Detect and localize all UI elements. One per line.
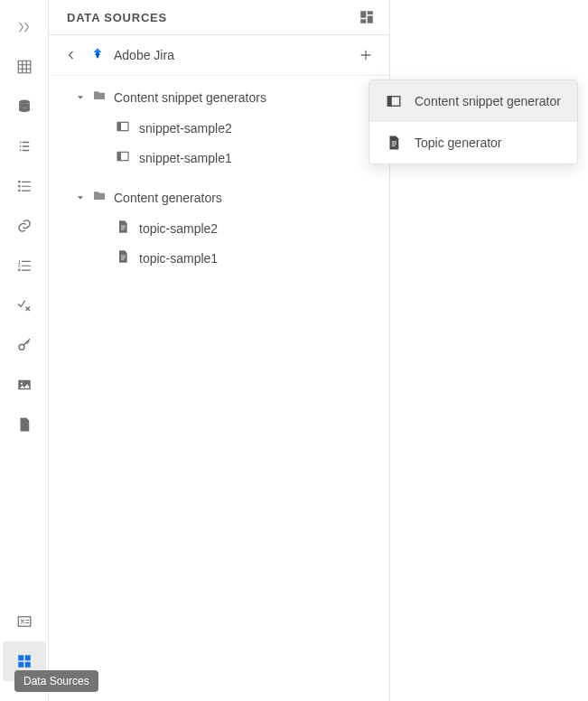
tree-item[interactable]: snippet-sample2 [49, 113, 389, 143]
dashboard-icon [359, 9, 375, 25]
panel-header: DATA SOURCES [49, 0, 389, 35]
rail-reuse-button[interactable] [3, 206, 46, 246]
rail-list-button[interactable] [3, 166, 46, 206]
data-sources-panel: DATA SOURCES Adobe Jira Content snippet … [49, 0, 390, 701]
left-rail [0, 0, 49, 701]
rail-check-button[interactable] [3, 285, 46, 325]
panel-title: DATA SOURCES [67, 11, 167, 24]
tree-folder[interactable]: Content snippet generators [49, 81, 389, 113]
outline-icon [16, 138, 33, 154]
svg-rect-14 [117, 122, 121, 130]
chevron-down-icon [76, 90, 85, 105]
menu-item-label: Content snippet generator [415, 94, 561, 108]
database-icon [16, 98, 33, 115]
expand-rail-button[interactable] [3, 7, 46, 47]
key-icon [16, 337, 33, 353]
chevron-down-icon [76, 191, 85, 205]
chevron-left-icon [66, 50, 77, 61]
numbered-list-icon [16, 257, 33, 274]
media-icon [16, 377, 33, 393]
file-icon [116, 220, 130, 237]
svg-point-0 [19, 100, 30, 105]
svg-rect-12 [368, 16, 373, 23]
svg-rect-7 [18, 662, 23, 668]
svg-rect-5 [18, 655, 23, 660]
check-x-icon [16, 297, 33, 313]
folder-icon [92, 89, 107, 106]
folder-label: Content snippet generators [114, 90, 266, 105]
svg-point-3 [20, 382, 22, 384]
rail-variables-button[interactable] [3, 602, 46, 641]
rail-numbered-list-button[interactable] [3, 246, 46, 285]
svg-rect-10 [368, 11, 373, 14]
item-label: snippet-sample2 [139, 121, 232, 136]
panel-icon [386, 93, 402, 109]
item-label: snippet-sample1 [139, 151, 232, 165]
menu-item-topic-generator[interactable]: Topic generator [369, 122, 577, 164]
tree-folder[interactable]: Content generators [49, 182, 389, 213]
panel-icon [116, 119, 130, 136]
template-icon [16, 416, 33, 433]
list-icon [16, 178, 33, 194]
file-icon [116, 249, 130, 266]
add-generator-menu: Content snippet generator Topic generato… [369, 79, 578, 164]
tooltip-text: Data Sources [23, 675, 89, 687]
rail-templates-button[interactable] [3, 405, 46, 444]
chevrons-right-icon [16, 19, 33, 35]
rail-database-button[interactable] [3, 87, 46, 126]
svg-rect-9 [360, 11, 366, 18]
tooltip: Data Sources [14, 670, 98, 692]
svg-rect-6 [24, 655, 30, 660]
folder-label: Content generators [114, 191, 222, 205]
plus-icon [359, 48, 373, 62]
breadcrumb-row: Adobe Jira [49, 35, 389, 76]
tree: Content snippet generators snippet-sampl… [49, 76, 389, 278]
tree-item[interactable]: snippet-sample1 [49, 143, 389, 173]
link-icon [16, 218, 33, 234]
item-label: topic-sample2 [139, 221, 218, 236]
item-label: topic-sample1 [139, 251, 218, 266]
tree-item[interactable]: topic-sample1 [49, 243, 389, 273]
rail-grid-button[interactable] [3, 47, 46, 87]
add-generator-button[interactable] [355, 44, 377, 66]
rail-media-button[interactable] [3, 365, 46, 405]
menu-item-content-snippet-generator[interactable]: Content snippet generator [369, 80, 577, 122]
svg-point-1 [19, 344, 24, 350]
svg-rect-11 [360, 19, 366, 23]
grid-icon [16, 59, 33, 75]
svg-rect-8 [24, 662, 30, 668]
svg-rect-18 [387, 97, 392, 107]
svg-rect-4 [18, 617, 31, 627]
data-sources-icon [16, 653, 33, 669]
svg-rect-16 [117, 152, 121, 160]
tree-item[interactable]: topic-sample2 [49, 213, 389, 243]
breadcrumb-back-button[interactable] [61, 45, 81, 65]
rail-outline-button[interactable] [3, 126, 46, 166]
panel-layout-button[interactable] [359, 9, 375, 25]
jira-icon [90, 47, 105, 64]
file-icon [386, 135, 402, 151]
variables-icon [16, 613, 33, 630]
folder-icon [92, 189, 107, 206]
panel-icon [116, 149, 130, 166]
breadcrumb-source-name[interactable]: Adobe Jira [114, 48, 346, 62]
menu-item-label: Topic generator [415, 136, 502, 150]
rail-key-button[interactable] [3, 325, 46, 365]
